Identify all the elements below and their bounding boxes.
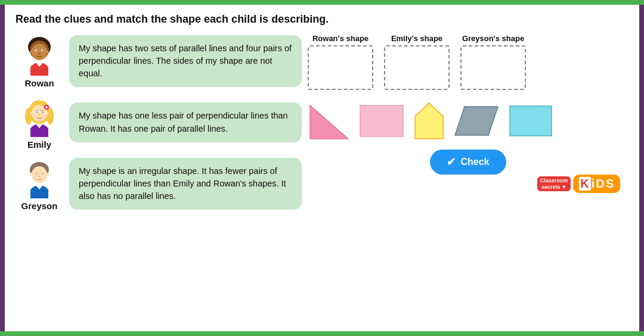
svg-point-32: [32, 166, 47, 183]
svg-point-9: [46, 50, 49, 54]
cs-text2: secrets ✦: [541, 184, 566, 191]
inner-content: Read the clues and match the shape each …: [5, 5, 639, 331]
emily-avatar-col: Emily: [16, 95, 63, 150]
bottom-border: [0, 331, 644, 336]
rowan-avatar: [18, 34, 60, 76]
svg-marker-44: [415, 103, 443, 139]
kids-d: D: [596, 177, 605, 191]
page-container: Read the clues and match the shape each …: [0, 0, 644, 336]
svg-point-24: [39, 114, 41, 116]
instruction-text: Read the clues and match the shape each …: [16, 13, 628, 26]
emily-name: Emily: [27, 139, 51, 150]
svg-point-25: [33, 114, 36, 117]
kids-i: i: [592, 177, 596, 191]
kids-s: S: [606, 177, 614, 191]
rowan-drop-col: Rowan's shape: [308, 34, 373, 90]
svg-point-30: [46, 111, 49, 115]
svg-rect-46: [510, 106, 552, 136]
svg-point-26: [42, 114, 46, 117]
kids-logo: K i D S: [573, 175, 620, 193]
check-button[interactable]: ✔ Check: [430, 150, 506, 175]
svg-point-2: [32, 43, 47, 60]
check-icon: ✔: [447, 155, 456, 169]
drop-targets-row: Rowan's shape Emily's shape Greyson's sh…: [308, 34, 628, 90]
shape-rectangle-pink[interactable]: [358, 103, 405, 139]
rowan-clue: My shape has two sets of parallel lines …: [69, 35, 302, 87]
svg-point-17: [42, 112, 44, 113]
left-border: [0, 5, 5, 331]
svg-point-16: [36, 112, 38, 113]
shapes-row: [308, 101, 628, 141]
svg-point-36: [42, 173, 44, 175]
right-border: [639, 5, 644, 331]
shape-pentagon-house[interactable]: [413, 101, 445, 141]
shape-parallelogram[interactable]: [453, 104, 500, 138]
emily-drop-col: Emily's shape: [384, 34, 450, 90]
greyson-name: Greyson: [21, 201, 58, 211]
svg-point-7: [38, 53, 41, 54]
svg-point-35: [36, 173, 38, 175]
rowan-avatar-col: Rowan: [16, 34, 63, 88]
greyson-row: Greyson My shape is an irregular shape. …: [16, 157, 302, 211]
right-panel: Rowan's shape Emily's shape Greyson's sh…: [308, 34, 628, 325]
emily-row: Emily My shape has one less pair of perp…: [16, 95, 302, 150]
svg-point-5: [36, 51, 38, 52]
left-panel: Rowan My shape has two sets of parallel …: [16, 34, 302, 325]
main-content: Read the clues and match the shape each …: [0, 5, 644, 331]
svg-point-6: [42, 51, 44, 52]
emily-clue: My shape has one less pair of perpendicu…: [69, 102, 302, 142]
shape-rectangle-blue[interactable]: [507, 104, 554, 138]
emily-drop-box[interactable]: [384, 45, 450, 90]
greyson-avatar-col: Greyson: [16, 157, 63, 211]
svg-point-29: [30, 111, 33, 115]
svg-marker-45: [455, 107, 498, 135]
svg-rect-43: [360, 105, 403, 136]
greyson-drop-box[interactable]: [460, 45, 526, 90]
greyson-drop-label: Greyson's shape: [462, 34, 524, 43]
svg-point-28: [45, 106, 48, 108]
svg-point-39: [42, 176, 46, 178]
check-row: ✔ Check: [308, 150, 628, 175]
cs-text: Classroom: [540, 178, 568, 184]
svg-point-37: [39, 176, 41, 177]
rowan-row: Rowan My shape has two sets of parallel …: [16, 34, 302, 88]
svg-point-40: [30, 173, 33, 176]
shape-right-triangle[interactable]: [308, 101, 351, 141]
svg-point-38: [33, 176, 36, 178]
top-border: [0, 0, 644, 5]
svg-marker-42: [310, 105, 348, 139]
rowan-name: Rowan: [24, 78, 54, 88]
svg-point-41: [46, 173, 49, 176]
emily-drop-label: Emily's shape: [391, 34, 442, 43]
check-button-label: Check: [460, 157, 489, 167]
kids-k: K: [579, 177, 590, 191]
greyson-drop-col: Greyson's shape: [460, 34, 526, 90]
greyson-avatar: [18, 157, 60, 198]
emily-avatar: [18, 95, 60, 137]
classroom-secrets-logo: Classroom secrets ✦: [537, 176, 571, 192]
svg-point-8: [30, 50, 33, 54]
rowan-drop-box[interactable]: [308, 45, 373, 90]
svg-point-12: [47, 108, 54, 125]
rowan-drop-label: Rowan's shape: [312, 34, 369, 43]
svg-point-11: [25, 108, 32, 125]
greyson-clue: My shape is an irregular shape. It has f…: [69, 158, 302, 210]
activity-area: Rowan My shape has two sets of parallel …: [16, 34, 628, 325]
footer-logo: Classroom secrets ✦ K i D S: [308, 175, 628, 195]
